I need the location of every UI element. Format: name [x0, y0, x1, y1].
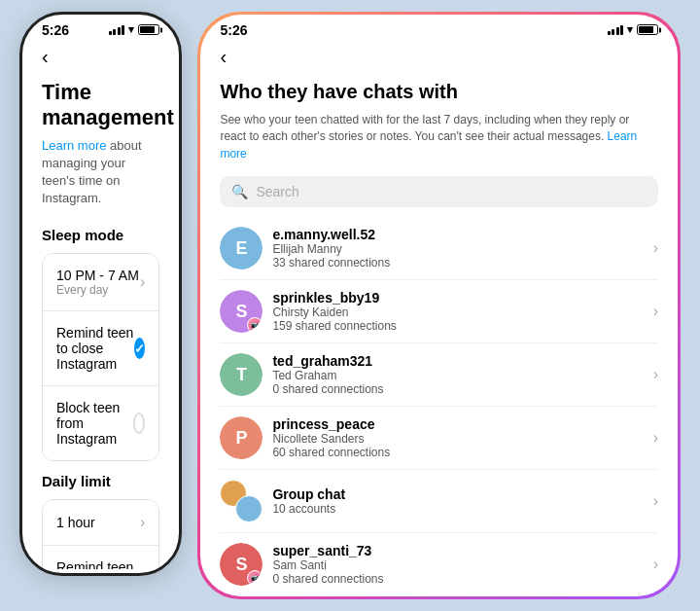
- learn-more-text: Learn more about managing your teen's ti…: [42, 137, 159, 208]
- battery-icon-right: [637, 24, 658, 35]
- chevron-icon: ›: [653, 303, 658, 320]
- contact-info: Group chat10 accounts: [272, 486, 643, 516]
- contact-shared: 0 shared connections: [272, 572, 643, 586]
- radio-remind-1[interactable]: [134, 338, 145, 359]
- chevron-icon-sleep: ›: [140, 273, 145, 291]
- daily-limit-card: 1 hour › Remind teen to close Instagram …: [42, 499, 159, 568]
- right-phone-wrapper: 5:26 ▾ ‹ Who they have chats with See: [197, 12, 681, 599]
- search-icon: 🔍: [231, 184, 248, 199]
- contact-username: ted_graham321: [272, 353, 643, 369]
- back-button-left[interactable]: ‹: [42, 42, 49, 72]
- chevron-icon: ›: [653, 239, 658, 257]
- contact-avatar: S📷: [220, 543, 262, 586]
- contact-info: e.manny.well.52Ellijah Manny33 shared co…: [272, 227, 643, 270]
- contact-info: ted_graham321Ted Graham0 shared connecti…: [272, 353, 643, 396]
- search-placeholder: Search: [256, 184, 298, 199]
- contacts-list: Ee.manny.well.52Ellijah Manny33 shared c…: [220, 217, 658, 593]
- signal-icon: [109, 25, 125, 35]
- contact-row[interactable]: Tted_graham321Ted Graham0 shared connect…: [220, 343, 658, 407]
- chevron-icon: ›: [653, 429, 658, 447]
- contact-username: e.manny.well.52: [272, 227, 643, 242]
- radio-block-1[interactable]: [133, 413, 146, 434]
- block-label-1: Block teen from Instagram: [56, 400, 133, 447]
- contact-avatar: S📷: [220, 290, 262, 333]
- left-phone: 5:26 ▾ ‹ Time management Learn more abou…: [19, 12, 182, 576]
- right-page-content: ‹ Who they have chats with See who your …: [200, 42, 678, 593]
- avatar-initials: E: [220, 227, 262, 270]
- remind-close-label-1: Remind teen to close Instagram: [56, 325, 134, 372]
- contact-name: Ellijah Manny: [272, 242, 643, 256]
- contact-name: 10 accounts: [272, 502, 643, 516]
- group-avatar-small: [235, 495, 262, 522]
- remind-close-row-1[interactable]: Remind teen to close Instagram: [43, 310, 158, 385]
- right-desc: See who your teen chatted with for the l…: [220, 112, 658, 162]
- status-bar-left: 5:26 ▾: [22, 15, 179, 42]
- contact-name: Chirsty Kaiden: [272, 306, 643, 319]
- contact-info: super_santi_73Sam Santi0 shared connecti…: [272, 543, 643, 586]
- remind-close-row-2[interactable]: Remind teen to close Instagram: [43, 545, 158, 568]
- contact-username: sprinkles_bby19: [272, 290, 643, 306]
- contact-name: Nicollete Sanders: [272, 432, 643, 446]
- status-bar-right: 5:26 ▾: [200, 15, 678, 42]
- group-avatar: [220, 480, 262, 522]
- status-icons-left: ▾: [109, 23, 160, 36]
- contact-username: Group chat: [272, 486, 643, 502]
- daily-limit-label: Daily limit: [42, 473, 159, 489]
- contact-row[interactable]: Ee.manny.well.52Ellijah Manny33 shared c…: [220, 217, 658, 280]
- status-time-right: 5:26: [220, 22, 247, 38]
- right-phone: 5:26 ▾ ‹ Who they have chats with See: [200, 15, 678, 596]
- chevron-icon: ›: [653, 366, 658, 383]
- contact-name: Sam Santi: [272, 558, 643, 572]
- contact-avatar: E: [220, 227, 262, 270]
- contact-row[interactable]: S📷super_santi_73Sam Santi0 shared connec…: [220, 533, 658, 593]
- page-title-left: Time management: [42, 80, 159, 131]
- contact-info: sprinkles_bby19Chirsty Kaiden159 shared …: [272, 290, 643, 333]
- battery-icon: [138, 24, 159, 35]
- sleep-mode-card: 10 PM - 7 AM Every day › Remind teen to …: [42, 253, 159, 461]
- back-button-right[interactable]: ‹: [220, 42, 227, 72]
- status-icons-right: ▾: [608, 23, 659, 36]
- block-row-1[interactable]: Block teen from Instagram: [43, 385, 158, 460]
- contact-avatar: T: [220, 353, 262, 396]
- daily-limit-value: 1 hour: [56, 515, 95, 530]
- chevron-icon-daily: ›: [140, 514, 145, 531]
- instagram-badge: 📷: [247, 317, 262, 333]
- sleep-time-row[interactable]: 10 PM - 7 AM Every day ›: [43, 254, 158, 310]
- status-time-left: 5:26: [42, 22, 69, 38]
- daily-limit-value-row[interactable]: 1 hour ›: [43, 500, 158, 545]
- contact-username: princess_peace: [272, 416, 643, 432]
- contact-avatar: P: [220, 416, 262, 459]
- search-bar[interactable]: 🔍 Search: [220, 176, 658, 207]
- contact-shared: 0 shared connections: [272, 382, 643, 396]
- contact-row[interactable]: Pprincess_peaceNicollete Sanders60 share…: [220, 407, 658, 470]
- sleep-mode-label: Sleep mode: [42, 227, 159, 243]
- left-page-content: ‹ Time management Learn more about manag…: [22, 42, 179, 569]
- contact-info: princess_peaceNicollete Sanders60 shared…: [272, 416, 643, 459]
- contact-shared: 159 shared connections: [272, 319, 643, 333]
- signal-icon-right: [608, 25, 624, 35]
- contact-shared: 60 shared connections: [272, 446, 643, 459]
- contact-shared: 33 shared connections: [272, 256, 643, 270]
- sleep-every-day: Every day: [56, 283, 139, 297]
- right-desc-text: See who your teen chatted with for the l…: [220, 113, 629, 143]
- contact-name: Ted Graham: [272, 369, 643, 382]
- wifi-icon-right: ▾: [627, 23, 633, 36]
- remind-close-label-2: Remind teen to close Instagram: [56, 559, 134, 568]
- avatar-initials: P: [220, 416, 262, 459]
- contact-row[interactable]: S📷sprinkles_bby19Chirsty Kaiden159 share…: [220, 280, 658, 343]
- right-page-title: Who they have chats with: [220, 80, 658, 104]
- contact-row[interactable]: Group chat10 accounts›: [220, 470, 658, 533]
- instagram-badge: 📷: [247, 570, 262, 586]
- contact-username: super_santi_73: [272, 543, 643, 558]
- avatar-initials: T: [220, 353, 262, 396]
- chevron-icon: ›: [653, 492, 658, 510]
- sleep-time-range: 10 PM - 7 AM: [56, 268, 139, 283]
- learn-more-link[interactable]: Learn more: [42, 138, 106, 153]
- chevron-icon: ›: [653, 556, 658, 573]
- wifi-icon: ▾: [128, 23, 134, 36]
